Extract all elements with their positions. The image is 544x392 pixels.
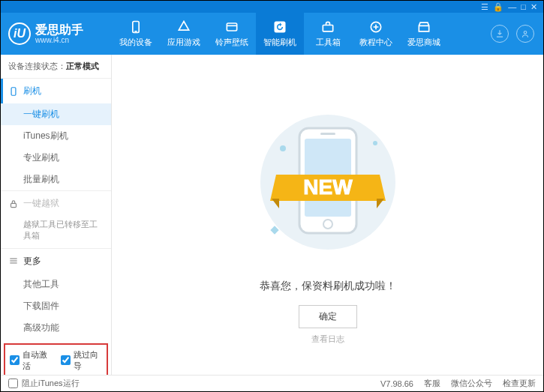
menu-icon (8, 256, 19, 266)
sidebar-label: 更多 (23, 255, 41, 268)
ok-button[interactable]: 确定 (299, 305, 357, 328)
app-title: 爱思助手 (35, 23, 83, 37)
nav-apps[interactable]: 应用游戏 (160, 13, 208, 55)
success-message: 恭喜您，保资料刷机成功啦！ (112, 280, 543, 293)
nav-ringtones[interactable]: 铃声壁纸 (208, 13, 256, 55)
jailbreak-note: 越狱工具已转移至工具箱 (1, 216, 111, 248)
nav-label: 应用游戏 (167, 37, 200, 48)
update-link[interactable]: 检查更新 (503, 378, 536, 389)
sidebar-label: 一键越狱 (23, 197, 59, 210)
checkbox-label: 自动激活 (23, 349, 52, 372)
sidebar-jailbreak[interactable]: 一键越狱 (1, 191, 111, 216)
app-url: www.i4.cn (35, 36, 83, 44)
view-log-link[interactable]: 查看日志 (112, 334, 543, 345)
checkbox-input[interactable] (61, 355, 71, 365)
nav-label: 爱思商城 (407, 37, 440, 48)
download-icon[interactable] (491, 25, 509, 43)
nav-label: 智能刷机 (263, 37, 296, 48)
status-bar: 阻止iTunes运行 V7.98.66 客服 微信公众号 检查更新 (1, 375, 543, 391)
version-label: V7.98.66 (380, 379, 413, 388)
nav-label: 我的设备 (119, 37, 152, 48)
lock-icon (8, 199, 19, 209)
wechat-link[interactable]: 微信公众号 (451, 378, 492, 389)
toolbox-icon (320, 19, 335, 34)
svg-rect-7 (11, 87, 16, 95)
nav-label: 工具箱 (316, 37, 341, 48)
svg-point-6 (524, 31, 527, 34)
sidebar-flash[interactable]: 刷机 (1, 79, 111, 103)
svg-rect-16 (320, 133, 335, 135)
success-illustration: NEW (249, 107, 407, 259)
logo-icon: iU (8, 22, 31, 45)
checkbox-label: 跳过向导 (74, 349, 103, 372)
sidebar-batch-flash[interactable]: 批量刷机 (1, 169, 111, 190)
conn-value: 正常模式 (66, 61, 99, 70)
block-itunes-checkbox[interactable]: 阻止iTunes运行 (8, 378, 80, 389)
nav-flash[interactable]: 智能刷机 (256, 13, 304, 55)
header-right (491, 25, 543, 43)
svg-rect-8 (11, 203, 17, 207)
main-content: NEW 恭喜您，保资料刷机成功啦！ 确定 查看日志 (112, 55, 543, 375)
options-highlight-box: 自动激活 跳过向导 (4, 343, 108, 375)
folder-icon (224, 19, 239, 34)
sidebar: 设备连接状态：正常模式 刷机 一键刷机 iTunes刷机 专业刷机 批量刷机 一… (1, 55, 112, 375)
book-icon (368, 19, 383, 34)
refresh-icon (272, 19, 287, 34)
window-controls: ☰ 🔒 — □ ✕ (1, 1, 543, 13)
nav-label: 教程中心 (359, 37, 392, 48)
maximize-icon[interactable]: □ (521, 2, 526, 11)
minimize-icon[interactable]: — (508, 2, 516, 11)
sidebar-advanced[interactable]: 高级功能 (1, 317, 111, 339)
skip-guide-checkbox[interactable]: 跳过向导 (61, 349, 103, 372)
nav-toolbox[interactable]: 工具箱 (304, 13, 352, 55)
nav-tutorials[interactable]: 教程中心 (352, 13, 400, 55)
new-badge-text: NEW (303, 175, 353, 199)
conn-label: 设备连接状态： (8, 61, 66, 70)
nav-shop[interactable]: 爱思商城 (400, 13, 448, 55)
logo-area: iU 爱思助手 www.i4.cn (1, 22, 112, 45)
sidebar-other-tools[interactable]: 其他工具 (1, 274, 111, 295)
phone-icon (8, 86, 19, 97)
main-nav: 我的设备 应用游戏 铃声壁纸 智能刷机 工具箱 教程中心 爱思商城 (112, 13, 491, 55)
menu-icon[interactable]: ☰ (481, 2, 488, 12)
sidebar-label: 刷机 (23, 85, 41, 97)
sidebar-itunes-flash[interactable]: iTunes刷机 (1, 125, 111, 147)
svg-rect-4 (323, 25, 332, 31)
apps-icon (176, 19, 191, 34)
svg-point-20 (280, 145, 286, 151)
sidebar-pro-flash[interactable]: 专业刷机 (1, 147, 111, 169)
app-header: iU 爱思助手 www.i4.cn 我的设备 应用游戏 铃声壁纸 智能刷机 工具… (1, 13, 543, 55)
sidebar-more[interactable]: 更多 (1, 249, 111, 274)
svg-point-21 (373, 141, 377, 145)
close-icon[interactable]: ✕ (530, 2, 537, 12)
checkbox-input[interactable] (10, 355, 20, 365)
shop-icon (416, 19, 431, 34)
checkbox-input[interactable] (8, 379, 18, 388)
service-link[interactable]: 客服 (424, 378, 440, 389)
sidebar-one-click-flash[interactable]: 一键刷机 (1, 103, 111, 125)
lock-icon[interactable]: 🔒 (493, 2, 503, 12)
phone-icon (128, 19, 143, 34)
sidebar-download-firmware[interactable]: 下载固件 (1, 295, 111, 317)
nav-label: 铃声壁纸 (215, 37, 248, 48)
auto-activate-checkbox[interactable]: 自动激活 (10, 349, 52, 372)
nav-my-device[interactable]: 我的设备 (112, 13, 160, 55)
checkbox-label: 阻止iTunes运行 (22, 378, 80, 389)
svg-rect-2 (227, 23, 236, 31)
user-icon[interactable] (516, 25, 534, 43)
connection-status: 设备连接状态：正常模式 (1, 55, 111, 78)
